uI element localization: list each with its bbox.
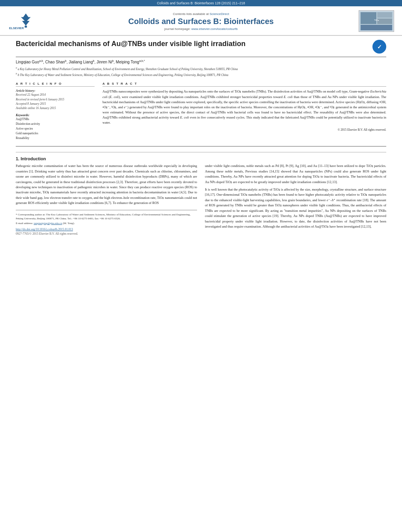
journal-thumbnail: TiO₂ bbox=[359, 10, 394, 32]
body-col-right: under visible light conditions, noble me… bbox=[205, 163, 386, 235]
article-title: Bactericidal mechanisms of Au@TNBs under… bbox=[16, 40, 368, 48]
kw-disinfection: Disinfection activity bbox=[16, 122, 95, 126]
ecoli-italic-1: Escherichia coli bbox=[102, 89, 386, 98]
footnote-star: * Corresponding author at: The Key Labor… bbox=[16, 213, 197, 221]
email-link[interactable]: tangmeiping@pku.edu.cn bbox=[34, 222, 62, 225]
journal-title: Colloids and Surfaces B: Biointerfaces bbox=[43, 17, 359, 26]
contents-line: Contents lists available at ScienceDirec… bbox=[43, 12, 359, 16]
kw-autnbs: Au@TNBs bbox=[16, 117, 95, 122]
history-title: Article history: bbox=[16, 89, 95, 93]
body-para-right-2: It is well known that the photocatalytic… bbox=[205, 187, 386, 229]
kw-reusability: Reusability bbox=[16, 136, 95, 141]
author-sup-a: a,b bbox=[39, 59, 43, 62]
history-received: Received 22 August 2014 bbox=[16, 93, 95, 97]
svg-rect-2 bbox=[24, 26, 27, 28]
body-text-right: under visible light conditions, noble me… bbox=[205, 163, 386, 229]
affiliations: a a Key Laboratory for Heavy Metal Pollu… bbox=[16, 66, 386, 77]
abstract-col: A B S T R A C T Au@TNBs nanocomposites w… bbox=[102, 82, 386, 141]
history-revised: Received in revised form 6 January 2015 bbox=[16, 97, 95, 102]
footnote-email: E-mail address: tangmeiping@pku.edu.cn (… bbox=[16, 221, 197, 225]
thumb-svg: TiO₂ bbox=[359, 11, 394, 32]
affiliation-b: b b The Key Laboratory of Water and Sedi… bbox=[16, 72, 386, 77]
bottom-doi: http://dx.doi.org/10.1016/j.colsurfb.201… bbox=[16, 228, 197, 231]
article-history: Article history: Received 22 August 2014… bbox=[16, 89, 95, 110]
article-info-header: A R T I C L E I N F O bbox=[16, 82, 95, 87]
ecoli-italic-2: E. coli bbox=[110, 95, 119, 99]
article-info-col: A R T I C L E I N F O Article history: R… bbox=[16, 82, 95, 141]
svg-rect-6 bbox=[361, 12, 376, 24]
body-col-left: Pathogenic microbe contamination of wate… bbox=[16, 163, 197, 235]
elsevier-logo-container: ELSEVIER bbox=[8, 10, 43, 32]
history-accepted: Accepted 8 January 2015 bbox=[16, 102, 95, 106]
kw-gold-nps: Gold nanoparticles bbox=[16, 131, 95, 136]
abstract-header: A B S T R A C T bbox=[102, 82, 386, 87]
svg-text:TiO₂: TiO₂ bbox=[374, 19, 379, 21]
body-columns: Pathogenic microbe contamination of wate… bbox=[16, 163, 386, 235]
keywords-section: Keywords: Au@TNBs Disinfection activity … bbox=[16, 113, 95, 141]
article-title-section: Bactericidal mechanisms of Au@TNBs under… bbox=[16, 40, 386, 57]
copyright: © 2015 Elsevier B.V. All rights reserved… bbox=[102, 128, 386, 132]
body-para-right-1: under visible light conditions, noble me… bbox=[205, 163, 386, 185]
body-text-left: Pathogenic microbe contamination of wate… bbox=[16, 163, 197, 206]
info-abstract-section: A R T I C L E I N F O Article history: R… bbox=[16, 82, 386, 146]
author-name: Lingqiao Guo bbox=[16, 60, 39, 64]
body-para-1: Pathogenic microbe contamination of wate… bbox=[16, 163, 197, 206]
section1-heading-container: 1. Introduction bbox=[16, 156, 386, 161]
affiliation-a: a a Key Laboratory for Heavy Metal Pollu… bbox=[16, 66, 386, 71]
bottom-copyright: 0927-7765/© 2015 Elsevier B.V. All right… bbox=[16, 232, 197, 235]
svg-rect-7 bbox=[377, 12, 392, 18]
than-word: than bbox=[294, 95, 300, 99]
svg-text:ELSEVIER: ELSEVIER bbox=[9, 26, 24, 30]
top-bar: Colloids and Surfaces B: Biointerfaces 1… bbox=[0, 0, 402, 6]
keywords-title: Keywords: bbox=[16, 113, 95, 117]
crossmark-badge[interactable]: ✓ bbox=[372, 40, 386, 54]
history-online: Available online 16 January 2015 bbox=[16, 106, 95, 110]
kw-active-species: Active species bbox=[16, 126, 95, 131]
journal-header: ELSEVIER Contents lists available at Sci… bbox=[0, 6, 402, 36]
sciencedirect-link[interactable]: ScienceDirect bbox=[210, 12, 229, 16]
article-content: Bactericidal mechanisms of Au@TNBs under… bbox=[0, 36, 402, 243]
crossmark-icon: ✓ bbox=[377, 44, 382, 50]
abstract-text: Au@TNBs nanocomposites were synthesized … bbox=[102, 89, 386, 125]
journal-homepage: journal homepage: www.elsevier.com/locat… bbox=[43, 27, 359, 31]
section-divider bbox=[16, 152, 386, 152]
journal-citation: Colloids and Surfaces B: Biointerfaces 1… bbox=[157, 1, 245, 5]
section1-heading: 1. Introduction bbox=[16, 156, 46, 161]
homepage-url[interactable]: www.elsevier.com/locate/colsurfb bbox=[192, 27, 238, 31]
footnote-area: * Corresponding author at: The Key Labor… bbox=[16, 210, 197, 225]
authors-line: Lingqiao Guoa,b, Chao Shanb, Jialiang Li… bbox=[16, 59, 386, 64]
svg-rect-8 bbox=[377, 19, 392, 24]
svg-rect-9 bbox=[361, 25, 392, 30]
elsevier-logo-svg: ELSEVIER bbox=[9, 12, 43, 30]
doi-link[interactable]: http://dx.doi.org/10.1016/j.colsurfb.201… bbox=[16, 228, 73, 231]
journal-header-center: Contents lists available at ScienceDirec… bbox=[43, 12, 359, 31]
